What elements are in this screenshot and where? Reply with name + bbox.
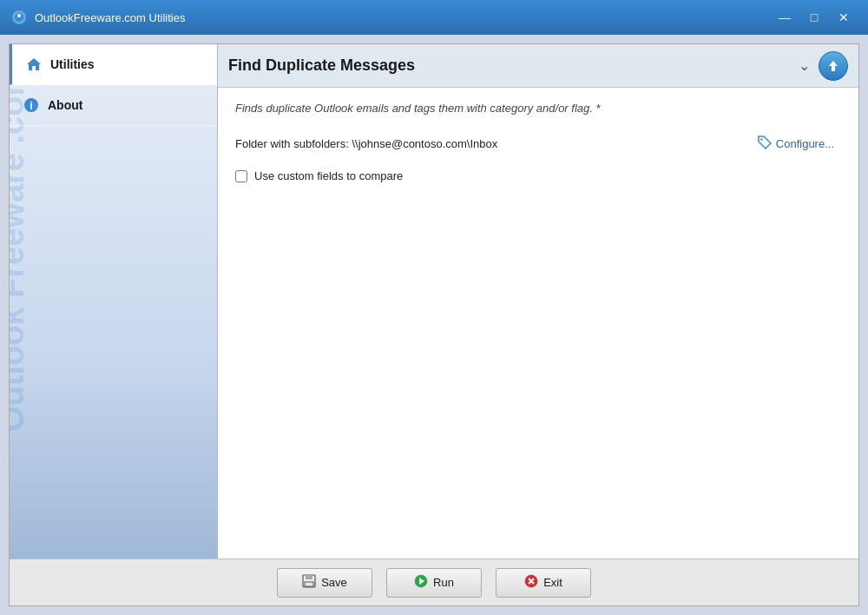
about-label: About — [48, 98, 82, 112]
save-button[interactable]: Save — [277, 568, 372, 598]
info-icon: i — [22, 96, 41, 115]
main-window: Outlook Freeware .com Utilities i — [9, 43, 859, 606]
window-controls: — □ ✕ — [771, 6, 858, 29]
exit-button[interactable]: Exit — [496, 568, 591, 598]
content-area: Outlook Freeware .com Utilities i — [10, 44, 858, 559]
run-button[interactable]: Run — [386, 568, 482, 598]
svg-marker-6 — [829, 61, 838, 71]
maximize-button[interactable]: □ — [800, 6, 828, 29]
app-title: OutlookFreeware.com Utilities — [35, 11, 771, 24]
configure-button[interactable]: Configure... — [751, 132, 841, 155]
svg-text:i: i — [30, 100, 32, 112]
sidebar-item-about[interactable]: i About — [10, 85, 217, 126]
sidebar-watermark: Outlook Freeware .com — [10, 171, 218, 432]
sidebar-item-utilities[interactable]: Utilities — [10, 44, 217, 85]
save-icon — [302, 574, 316, 591]
custom-fields-row: Use custom fields to compare — [235, 169, 841, 182]
main-panel: Find Duplicate Messages ⌄ Finds duplicat… — [218, 44, 858, 559]
utilities-label: Utilities — [50, 57, 95, 71]
run-icon — [414, 574, 428, 591]
svg-point-2 — [17, 14, 21, 17]
panel-body: Finds duplicate Outlook emails and tags … — [218, 88, 858, 559]
titlebar: OutlookFreeware.com Utilities — □ ✕ — [0, 0, 868, 35]
configure-label: Configure... — [776, 137, 834, 150]
exit-label: Exit — [543, 576, 562, 589]
upload-button[interactable] — [819, 51, 848, 81]
minimize-button[interactable]: — — [771, 6, 799, 29]
footer: Save Run Exit — [10, 559, 858, 605]
folder-label: Folder with subfolders: \\johnse@contoso… — [235, 137, 497, 150]
svg-rect-9 — [306, 575, 312, 579]
sidebar-items: Utilities i About — [10, 44, 217, 126]
close-button[interactable]: ✕ — [830, 6, 858, 29]
custom-fields-label[interactable]: Use custom fields to compare — [254, 169, 403, 182]
tag-icon — [758, 136, 772, 152]
run-label: Run — [433, 576, 454, 589]
panel-header: Find Duplicate Messages ⌄ — [218, 44, 858, 88]
subtitle-text: Finds duplicate Outlook emails and tags … — [235, 102, 841, 115]
save-label: Save — [321, 576, 347, 589]
custom-fields-checkbox[interactable] — [235, 170, 247, 182]
app-icon — [10, 9, 28, 26]
svg-marker-3 — [27, 58, 41, 70]
svg-point-7 — [760, 138, 762, 140]
exit-icon — [524, 574, 538, 591]
folder-row: Folder with subfolders: \\johnse@contoso… — [235, 132, 841, 155]
home-icon — [24, 55, 43, 74]
sidebar: Outlook Freeware .com Utilities i — [10, 44, 218, 559]
folder-path: \\johnse@contoso.com\Inbox — [352, 137, 497, 150]
panel-title: Find Duplicate Messages — [228, 56, 799, 75]
svg-rect-10 — [305, 582, 313, 586]
dropdown-arrow-icon[interactable]: ⌄ — [799, 57, 810, 74]
